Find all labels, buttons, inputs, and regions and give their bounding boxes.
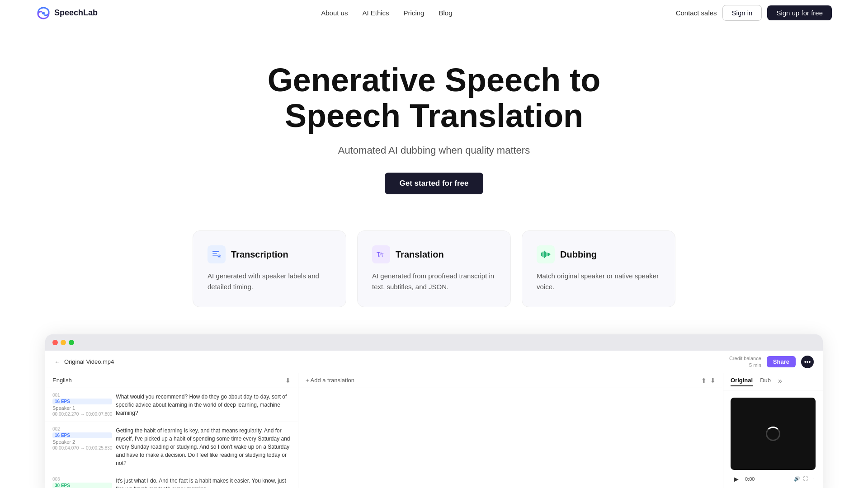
feature-desc-dubbing: Match original speaker or native speaker… xyxy=(537,271,660,292)
row-num-1: 001 xyxy=(52,393,112,398)
topbar-left: ← Original Video.mp4 xyxy=(54,358,114,366)
translation-column: + Add a translation ⬆ ⬇ xyxy=(298,373,723,488)
credit-label: Credit balance xyxy=(729,355,761,361)
feature-header-dubbing: Dubbing xyxy=(537,245,660,263)
signup-button[interactable]: Sign up for free xyxy=(767,5,832,20)
table-row: 003 30 EPS Speaker 2 00:00:25.850 → 00:0… xyxy=(45,472,298,488)
transcript-language-label: English xyxy=(52,377,72,384)
nav-about[interactable]: About us xyxy=(321,9,348,17)
translation-icon: TT xyxy=(372,245,390,263)
video-tabs: Original Dub » xyxy=(723,373,823,390)
mockup-titlebar xyxy=(45,334,823,351)
transcript-header-icons: ⬇ xyxy=(285,377,291,384)
logo-text: SpeechLab xyxy=(54,8,98,18)
app-mockup: ← Original Video.mp4 Credit balance 5 mi… xyxy=(45,334,823,488)
row-tag-2: 16 EPS xyxy=(52,432,112,438)
download-icon[interactable]: ⬇ xyxy=(285,377,291,384)
nav-blog[interactable]: Blog xyxy=(439,9,452,17)
translation-placeholder xyxy=(298,388,723,488)
feature-desc-translation: AI generated from proofread transcript i… xyxy=(372,271,496,292)
download-icon-2[interactable]: ⬇ xyxy=(710,377,716,384)
tab-original[interactable]: Original xyxy=(731,377,753,386)
transcription-icon xyxy=(208,245,226,263)
feature-header-translation: TT Translation xyxy=(372,245,496,263)
transcript-column: English ⬇ 001 16 EPS Speaker 1 00 xyxy=(45,373,298,488)
svg-rect-3 xyxy=(212,255,218,256)
transcript-col-header: English ⬇ xyxy=(45,373,298,388)
feature-title-transcription: Transcription xyxy=(231,249,288,260)
feature-card-translation: TT Translation AI generated from proofre… xyxy=(357,230,511,307)
topbar-right: Credit balance 5 min Share ••• xyxy=(729,355,814,368)
transcript-rows: 001 16 EPS Speaker 1 00:00:02.270 → 00:0… xyxy=(45,388,298,488)
row-text-3: It's just what I do. And the fact is a h… xyxy=(116,477,291,488)
video-player xyxy=(731,398,816,470)
fullscreen-icon[interactable]: ⛶ xyxy=(803,476,808,482)
cta-button[interactable]: Get started for free xyxy=(385,173,483,194)
back-arrow-icon[interactable]: ← xyxy=(54,358,61,366)
hero-section: Generative Speech to Speech Translation … xyxy=(0,26,868,221)
svg-point-0 xyxy=(42,12,45,14)
row-time-1: 00:00:02.270 → 00:00:07.800 xyxy=(52,412,112,417)
play-button[interactable]: ▶ xyxy=(731,474,741,484)
mockup-columns: English ⬇ 001 16 EPS Speaker 1 00 xyxy=(45,373,823,488)
titlebar-close-dot xyxy=(52,340,58,345)
video-time: 0:00 xyxy=(745,476,755,482)
nav-links: About us AI Ethics Pricing Blog xyxy=(321,9,452,17)
contact-sales-button[interactable]: Contact sales xyxy=(676,9,717,17)
video-column: Original Dub » ▶ 0:00 🔊 xyxy=(723,373,823,488)
row-text-1: What would you recommend? How do they go… xyxy=(116,393,291,417)
row-tag-1: 16 EPS xyxy=(52,399,112,404)
video-controls: ▶ 0:00 🔊 ⛶ ⋮ xyxy=(731,474,816,484)
feature-title-dubbing: Dubbing xyxy=(560,249,597,260)
hero-title: Generative Speech to Speech Translation xyxy=(253,62,615,134)
translation-col-header: + Add a translation ⬆ ⬇ xyxy=(298,373,723,388)
mockup-section: ← Original Video.mp4 Credit balance 5 mi… xyxy=(0,334,868,488)
expand-icon[interactable]: » xyxy=(778,377,782,386)
logo-icon xyxy=(36,6,51,20)
svg-rect-2 xyxy=(212,253,217,254)
mockup-content: ← Original Video.mp4 Credit balance 5 mi… xyxy=(45,351,823,488)
volume-icon[interactable]: 🔊 xyxy=(794,476,800,482)
navbar: SpeechLab About us AI Ethics Pricing Blo… xyxy=(0,0,868,26)
row-speaker-1: Speaker 1 xyxy=(52,405,112,411)
row-text-2: Getting the habit of learning is key, an… xyxy=(116,427,291,467)
titlebar-minimize-dot xyxy=(61,340,66,345)
feature-header-transcription: Transcription xyxy=(208,245,331,263)
row-speaker-2: Speaker 2 xyxy=(52,439,112,445)
video-control-icons: 🔊 ⛶ ⋮ xyxy=(794,476,816,482)
signin-button[interactable]: Sign in xyxy=(722,5,762,21)
feature-card-transcription: Transcription AI generated with speaker … xyxy=(193,230,346,307)
settings-icon[interactable]: ⋮ xyxy=(811,476,816,482)
logo-link[interactable]: SpeechLab xyxy=(36,6,98,20)
nav-actions: Contact sales Sign in Sign up for free xyxy=(676,5,832,21)
row-time-2: 00:00:04.070 → 00:00:25.830 xyxy=(52,446,112,450)
add-translation-button[interactable]: + Add a translation xyxy=(306,377,354,384)
titlebar-maximize-dot xyxy=(69,340,74,345)
mockup-topbar: ← Original Video.mp4 Credit balance 5 mi… xyxy=(45,351,823,373)
feature-desc-transcription: AI generated with speaker labels and det… xyxy=(208,271,331,292)
row-meta-1: 001 16 EPS Speaker 1 00:00:02.270 → 00:0… xyxy=(52,393,112,417)
more-options-button[interactable]: ••• xyxy=(801,356,814,368)
svg-rect-1 xyxy=(212,251,219,252)
row-meta-2: 002 16 EPS Speaker 2 00:00:04.070 → 00:0… xyxy=(52,427,112,450)
credit-info: Credit balance 5 min xyxy=(729,355,761,368)
features-section: Transcription AI generated with speaker … xyxy=(0,221,868,334)
credit-amount: 5 min xyxy=(729,362,761,368)
nav-pricing[interactable]: Pricing xyxy=(404,9,425,17)
tab-dub[interactable]: Dub xyxy=(760,377,771,386)
share-button[interactable]: Share xyxy=(767,356,796,367)
video-area: ▶ 0:00 🔊 ⛶ ⋮ xyxy=(723,390,823,488)
table-row: 002 16 EPS Speaker 2 00:00:04.070 → 00:0… xyxy=(45,422,298,472)
row-num-3: 003 xyxy=(52,477,112,482)
feature-card-dubbing: Dubbing Match original speaker or native… xyxy=(522,230,675,307)
row-num-2: 002 xyxy=(52,427,112,432)
dubbing-icon xyxy=(537,245,555,263)
row-tag-3: 30 EPS xyxy=(52,483,112,488)
filename-label: Original Video.mp4 xyxy=(64,358,114,365)
video-loading-spinner xyxy=(766,427,780,441)
nav-ai-ethics[interactable]: AI Ethics xyxy=(362,9,389,17)
upload-icon[interactable]: ⬆ xyxy=(701,377,707,384)
hero-subtitle: Automated AI dubbing when quality matter… xyxy=(18,145,850,156)
table-row: 001 16 EPS Speaker 1 00:00:02.270 → 00:0… xyxy=(45,388,298,422)
translation-header-icons: ⬆ ⬇ xyxy=(701,377,716,384)
